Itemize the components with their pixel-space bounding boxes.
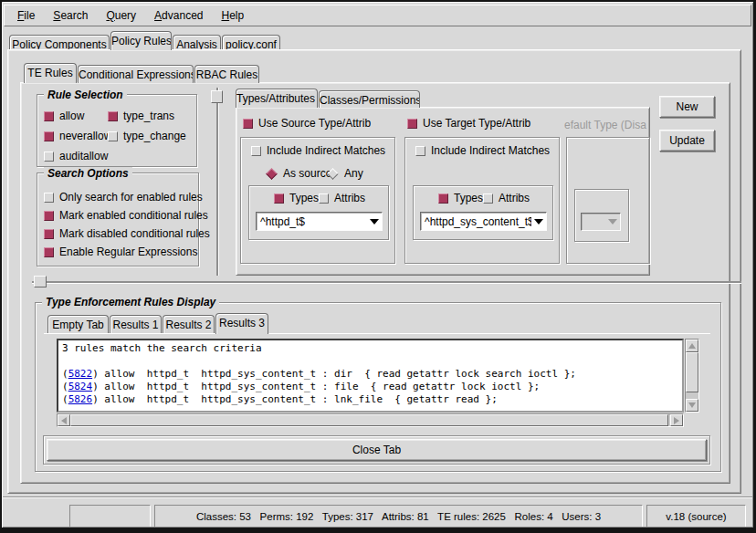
status-version: v.18 (source) [646,505,746,528]
checkbox-source-attribs[interactable]: Attribs [319,192,365,204]
menu-help[interactable]: Help [212,7,253,24]
tab-rbac-rules[interactable]: RBAC Rules [194,65,259,83]
menu-file[interactable]: File [8,7,44,24]
radio-as-source[interactable]: As source [266,167,331,180]
horizontal-scroll-thumb[interactable] [70,414,668,426]
scroll-down-icon[interactable] [686,399,698,412]
rule-line: (5826) allow httpd_t httpd_sys_content_t… [62,393,678,406]
tab-analysis[interactable]: Analysis [173,35,221,50]
new-button[interactable]: New [659,96,715,118]
checkbox-label: Use Source Type/Attrib [258,117,371,130]
rule-id-link[interactable]: 5826 [68,393,93,405]
vertical-sash [216,88,218,276]
checkbox-indicator [407,119,417,129]
checkbox-indicator [319,193,329,204]
dropdown-arrow-icon[interactable] [367,213,382,230]
checkbox-indicator [44,247,54,257]
rule-id-link[interactable]: 5822 [68,368,93,380]
vertical-sash-handle[interactable] [211,90,223,103]
tab-classes-permissions[interactable]: Classes/Permissions [319,90,420,108]
checkbox-label: allow [59,110,84,122]
checkbox-enable-regex[interactable]: Enable Regular Expressions [44,246,197,258]
dropdown-arrow-icon[interactable] [531,213,546,230]
tab-types-attributes[interactable]: Types/Attributes * [236,89,318,108]
checkbox-target-types[interactable]: Types [438,192,483,204]
tab-results-2[interactable]: Results 2 [163,315,215,334]
checkbox-target-attribs[interactable]: Attribs [483,192,530,204]
status-empty-box [69,505,151,528]
checkbox-use-source-type[interactable]: Use Source Type/Attrib [243,117,371,130]
menu-search[interactable]: Search [44,7,97,24]
checkbox-type-trans[interactable]: type_trans [108,110,174,122]
results-summary: 3 rules match the search criteria [62,342,678,355]
checkbox-label: Types [289,192,319,204]
horizontal-sash-handle[interactable] [34,276,47,287]
checkbox-mark-disabled-conditional[interactable]: Mark disabled conditional rules [44,227,210,240]
checkbox-label: Only search for enabled rules [59,191,203,204]
tab-empty-tab[interactable]: Empty Tab [47,315,109,334]
tab-conditional-expressions[interactable]: Conditional Expressions [78,65,194,83]
radio-indicator [266,168,278,180]
target-type-combobox[interactable]: ^httpd_sys_content_t$ [420,212,547,231]
checkbox-auditallow[interactable]: auditallow [44,150,108,162]
checkbox-mark-enabled-conditional[interactable]: Mark enabled conditional rules [44,209,208,222]
checkbox-label: Enable Regular Expressions [59,246,197,258]
tab-results-3[interactable]: Results 3 [215,313,268,334]
checkbox-indicator [274,193,284,204]
checkbox-allow[interactable]: allow [44,110,84,122]
checkbox-label: Attribs [499,192,530,204]
radio-label: Any [344,167,363,180]
radio-any[interactable]: Any [327,167,363,180]
rule-selection-title: Rule Selection [44,89,127,101]
scroll-right-icon[interactable] [670,414,683,426]
vertical-scroll-thumb[interactable] [686,352,698,392]
checkbox-target-indirect[interactable]: Include Indirect Matches [415,144,550,157]
results-title: Type Enforcement Rules Display [42,296,219,308]
checkbox-source-indirect[interactable]: Include Indirect Matches [251,144,385,157]
checkbox-indicator [44,229,54,239]
rule-line: (5824) allow httpd_t httpd_sys_content_t… [62,381,678,393]
checkbox-indicator [438,193,448,204]
tab-results-1[interactable]: Results 1 [110,315,162,334]
combobox-value: ^httpd_sys_content_t$ [421,215,531,228]
tab-policy-conf[interactable]: policy.conf [222,35,280,50]
checkbox-indicator [44,152,54,162]
combobox-value: ^httpd_t$ [257,215,367,228]
checkbox-neverallow[interactable]: neverallow [44,130,111,142]
checkbox-indicator [483,193,493,204]
checkbox-label: auditallow [59,150,108,162]
checkbox-label: Use Target Type/Attrib [423,117,530,130]
rule-id-link[interactable]: 5824 [68,381,93,392]
tab-te-rules[interactable]: TE Rules [24,63,77,83]
tab-policy-components[interactable]: Policy Components [9,35,110,50]
results-vertical-scrollbar[interactable] [685,339,699,413]
update-button[interactable]: Update [659,130,715,152]
checkbox-indicator [108,111,118,121]
scroll-up-icon[interactable] [686,340,698,352]
close-tab-button[interactable]: Close Tab [47,439,707,461]
menu-advanced[interactable]: Advanced [145,7,212,24]
checkbox-indicator [415,146,425,156]
source-type-combobox[interactable]: ^httpd_t$ [256,212,383,231]
radio-label: As source [283,167,331,180]
checkbox-indicator [44,193,54,203]
close-tab-container: Close Tab [43,435,710,465]
checkbox-use-target-type[interactable]: Use Target Type/Attrib [407,117,530,130]
status-separator-highlight [2,497,753,498]
default-type-combobox [581,213,621,231]
checkbox-indicator [243,119,253,129]
menu-query[interactable]: Query [97,7,145,24]
results-text-area[interactable]: 3 rules match the search criteria (5822)… [57,339,684,413]
checkbox-type-change[interactable]: type_change [108,130,186,142]
checkbox-label: Mark enabled conditional rules [59,209,208,222]
checkbox-label: type_change [123,130,186,142]
results-horizontal-scrollbar[interactable] [57,413,684,427]
tab-policy-rules[interactable]: Policy Rules [110,31,172,50]
checkbox-source-types[interactable]: Types [274,192,319,204]
checkbox-indicator [44,211,54,221]
default-type-label: efault Type (Disa [564,119,651,131]
scroll-left-icon[interactable] [58,414,70,426]
radio-indicator [327,168,339,180]
checkbox-indicator [108,131,118,141]
checkbox-only-enabled-rules[interactable]: Only search for enabled rules [44,191,203,204]
